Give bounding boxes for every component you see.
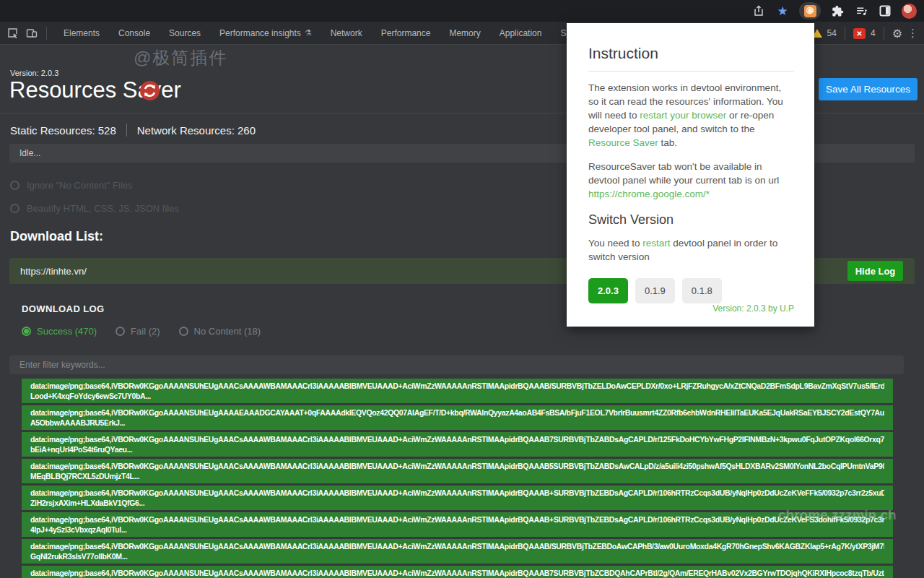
refresh-logo-icon xyxy=(140,81,160,100)
switch-version-paragraph: You need to restart devtool panel in ord… xyxy=(588,236,794,264)
tab-performance[interactable]: Performance xyxy=(372,22,440,44)
log-row[interactable]: data:image/png;base64,iVBORw0KGgoAAAANSU… xyxy=(22,539,893,564)
version-label: Version: 2.0.3 xyxy=(10,69,58,77)
radio-icon xyxy=(179,327,188,336)
tab-network[interactable]: Network xyxy=(321,22,372,44)
static-resources-count: Static Resources: 528 xyxy=(10,124,116,137)
tab-elements[interactable]: Elements xyxy=(54,22,109,44)
save-all-resources-button[interactable]: Save All Resources xyxy=(819,78,918,100)
issues-count[interactable]: 4 xyxy=(871,28,876,38)
status-text: Idle... xyxy=(19,148,40,158)
browser-top-bar: ★ ⓢ xyxy=(0,0,924,22)
log-row[interactable]: data:image/png;base64,iVBORw0KGgoAAAANSU… xyxy=(22,432,893,457)
chinese-watermark: @极简插件 xyxy=(134,46,227,69)
profile-avatar[interactable] xyxy=(902,4,917,19)
settings-gear-icon[interactable]: ⚙ xyxy=(892,27,902,40)
version-button-2-0-3[interactable]: 2.0.3 xyxy=(588,278,628,303)
hide-log-button[interactable]: Hide Log xyxy=(847,261,903,281)
instruction-modal: Instruction The extension works in devto… xyxy=(567,23,814,327)
log-filter-fail-2-[interactable]: Fail (2) xyxy=(116,326,160,337)
option-ignore-no-content[interactable]: Ignore "No Content" Files xyxy=(10,180,133,191)
green-link[interactable]: restart xyxy=(642,238,670,249)
option-label: Ignore "No Content" Files xyxy=(27,180,133,191)
sidebar-icon[interactable] xyxy=(878,4,892,18)
log-rows: data:image/png;base64,iVBORw0KGgoAAAANSU… xyxy=(22,379,893,578)
warning-count[interactable]: 54 xyxy=(827,28,837,38)
device-toolbar-icon[interactable] xyxy=(25,26,39,40)
site-url: https://tinhte.vn/ xyxy=(9,266,87,277)
log-row[interactable]: data:image/png;base64,iVBORw0KGgoAAAANSU… xyxy=(22,379,893,403)
option-label: Beautify HTML, CSS, JS, JSON files xyxy=(27,203,179,214)
download-list-heading: Download List: xyxy=(10,229,103,244)
log-filter-success-470-[interactable]: Success (470) xyxy=(22,326,97,337)
share-icon[interactable] xyxy=(751,4,766,18)
toolbar-separator xyxy=(46,27,47,40)
log-row[interactable]: data:image/png;base64,iVBORw0KGgoAAAANSU… xyxy=(22,566,893,578)
inspect-element-icon[interactable] xyxy=(6,26,20,40)
tab-memory[interactable]: Memory xyxy=(440,22,489,44)
log-row[interactable]: data:image/png;base64,iVBORw0KGgoAAAANSU… xyxy=(22,486,893,510)
instruction-paragraph-1: The extension works in devtool environme… xyxy=(588,81,794,150)
modal-footer-version: Version: 2.0.3 by U.P xyxy=(712,303,794,314)
resource-stats: Static Resources: 528 Network Resources:… xyxy=(10,124,256,137)
radio-icon xyxy=(22,327,31,336)
bookmark-star-icon[interactable]: ★ xyxy=(775,4,790,18)
toolbar-separator xyxy=(845,27,845,40)
instruction-paragraph-2: ResourceSaver tab won't be available in … xyxy=(588,160,794,201)
version-button-group: 2.0.30.1.90.1.8 xyxy=(588,278,794,303)
log-filter-no-content-18-[interactable]: No Content (18) xyxy=(179,326,261,337)
version-button-0-1-8[interactable]: 0.1.8 xyxy=(682,278,722,303)
experiment-flask-icon: ⚗ xyxy=(305,28,312,38)
playlist-icon[interactable] xyxy=(854,4,868,18)
toolbar-separator xyxy=(884,27,884,40)
active-extension-pill[interactable]: ⓢ xyxy=(799,2,821,20)
switch-version-heading: Switch Version xyxy=(588,212,794,228)
log-row[interactable]: data:image/png;base64,iVBORw0KGgoAAAANSU… xyxy=(22,512,893,537)
extensions-puzzle-icon[interactable] xyxy=(830,4,845,18)
site-watermark: chrome.zzzmin.ch xyxy=(778,507,897,523)
tab-performance-insights[interactable]: Performance insights⚗ xyxy=(210,22,321,44)
filter-keywords-input[interactable] xyxy=(9,355,904,374)
option-beautify-files[interactable]: Beautify HTML, CSS, JS, JSON files xyxy=(10,203,179,214)
tab-sources[interactable]: Sources xyxy=(160,22,210,44)
radio-icon xyxy=(116,327,125,336)
stats-divider xyxy=(126,124,127,137)
log-row[interactable]: data:image/png;base64,iVBORw0KGgoAAAANSU… xyxy=(22,459,893,483)
modal-divider xyxy=(588,71,794,72)
green-link[interactable]: restart your browser xyxy=(640,110,726,121)
version-button-0-1-9[interactable]: 0.1.9 xyxy=(635,278,675,303)
green-link[interactable]: https://chrome.google.com/* xyxy=(588,189,710,199)
issues-icon[interactable]: ✕ xyxy=(853,28,866,39)
tab-application[interactable]: Application xyxy=(490,22,552,44)
network-resources-count: Network Resources: 260 xyxy=(137,124,256,137)
kebab-menu-icon[interactable]: ⋮ xyxy=(907,27,918,40)
log-filter-group: Success (470)Fail (2)No Content (18) xyxy=(22,326,261,337)
checkbox-circle-icon xyxy=(10,181,19,190)
resources-saver-extension-icon: ⓢ xyxy=(804,5,816,17)
log-row[interactable]: data:image/png;base64,iVBORw0KGgoAAAANSU… xyxy=(22,405,893,430)
download-log-heading: DOWNLOAD LOG xyxy=(22,303,105,314)
modal-title: Instruction xyxy=(588,45,794,62)
checkbox-circle-icon xyxy=(10,204,19,213)
green-link[interactable]: Resource Saver xyxy=(588,137,658,148)
resources-saver-devtools-screen: ★ ⓢ ElementsConsoleSourcesPerformance in… xyxy=(0,0,924,578)
devtools-status-cluster: 52 54 ✕ 4 ⚙ ⋮ xyxy=(797,22,918,45)
tab-console[interactable]: Console xyxy=(109,22,160,44)
